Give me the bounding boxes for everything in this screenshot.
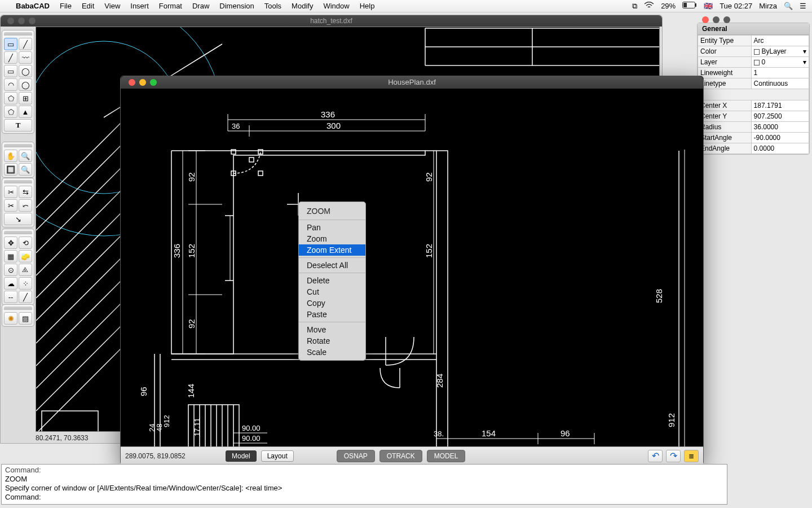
menu-dimension[interactable]: Dimension <box>219 2 254 10</box>
prop-val[interactable]: 0.0000 <box>751 143 809 154</box>
palette-handle[interactable] <box>4 180 32 183</box>
minimize-icon[interactable] <box>18 17 25 24</box>
tab-layout[interactable]: Layout <box>261 450 294 462</box>
tool-xline[interactable]: ╱ <box>4 51 17 64</box>
app-name[interactable]: BabaCAD <box>16 2 50 10</box>
flag-icon[interactable]: 🇬🇧 <box>704 2 713 10</box>
tool-circle[interactable]: ◯ <box>19 65 32 77</box>
ctx-zoom-extent[interactable]: Zoom Extent <box>299 244 365 256</box>
toggle-model[interactable]: MODEL <box>427 450 466 462</box>
prop-val[interactable]: ByLayer▾ <box>751 46 809 57</box>
ctx-paste[interactable]: Paste <box>299 309 365 320</box>
ctx-copy[interactable]: Copy <box>299 297 365 309</box>
ctx-deselect-all[interactable]: Deselect All <box>299 260 365 271</box>
ctx-move[interactable]: Move <box>299 324 365 335</box>
ctx-delete[interactable]: Delete <box>299 275 365 286</box>
context-menu[interactable]: ZOOM Pan Zoom Zoom Extent Deselect All D… <box>298 202 366 361</box>
menu-format[interactable]: Format <box>159 2 182 10</box>
tool-zoom[interactable]: 🔍 <box>19 150 32 162</box>
tab-model[interactable]: Model <box>226 450 257 462</box>
menu-insert[interactable]: Insert <box>130 2 149 10</box>
tool-line[interactable]: ╱ <box>19 38 32 50</box>
tool-ellipse[interactable]: ◯ <box>19 78 32 91</box>
user-name[interactable]: Mirza <box>759 2 777 10</box>
tool-region[interactable]: ⬠ <box>4 106 17 118</box>
tool-pan[interactable]: ✋ <box>4 150 17 162</box>
menu-help[interactable]: Help <box>360 2 375 10</box>
tool-hatch[interactable]: ⊞ <box>19 92 32 104</box>
tool-rect[interactable]: ▭ <box>4 38 17 50</box>
ctx-cut[interactable]: Cut <box>299 286 365 297</box>
menu-file[interactable]: File <box>60 2 72 10</box>
layers-button[interactable]: ≣ <box>684 450 699 462</box>
tool-trim[interactable]: ✂ <box>4 186 17 198</box>
airplay-icon[interactable]: ⧉ <box>632 2 637 11</box>
tool-text[interactable]: T <box>4 119 32 132</box>
spotlight-icon[interactable]: 🔍 <box>784 2 793 10</box>
prop-val[interactable]: 0▾ <box>751 57 809 68</box>
menu-draw[interactable]: Draw <box>192 2 209 10</box>
prop-val[interactable]: -90.0000 <box>751 133 809 143</box>
clock[interactable]: Tue 02:27 <box>720 2 752 10</box>
palette-handle[interactable] <box>4 231 32 234</box>
prop-val[interactable]: 1 <box>751 68 809 78</box>
command-line[interactable]: Command: ZOOM Specify corner of window o… <box>1 464 727 505</box>
ctx-scale[interactable]: Scale <box>299 347 365 358</box>
fg-canvas[interactable]: 336 36 300 336 152 92 92 92 152 <box>121 89 703 446</box>
ctx-rotate[interactable]: Rotate <box>299 335 365 347</box>
tool-rotate[interactable]: ⟲ <box>19 237 32 249</box>
tool-zoom-extents[interactable]: 🔍 <box>19 163 32 176</box>
menu-edit[interactable]: Edit <box>82 2 94 10</box>
tool-move[interactable]: ✥ <box>4 237 17 249</box>
minimize-icon[interactable] <box>713 16 720 23</box>
ctx-pan[interactable]: Pan <box>299 222 365 233</box>
tool-polygon[interactable]: ⬠ <box>4 92 17 104</box>
tool-chamfer[interactable]: ╱ <box>19 291 32 303</box>
tool-copy[interactable]: ▦ <box>4 250 17 262</box>
minimize-icon[interactable] <box>139 79 146 86</box>
tool-hatch2[interactable]: ▨ <box>19 312 32 325</box>
tool-rectangle[interactable]: ▭ <box>4 65 17 77</box>
close-icon[interactable] <box>129 79 135 86</box>
menu-modify[interactable]: Modify <box>292 2 313 10</box>
tool-fillet[interactable]: ⤺ <box>19 199 32 212</box>
bg-titlebar[interactable]: hatch_test.dxf <box>1 15 662 27</box>
misc-tools-palette[interactable]: ✺ ▨ <box>2 304 34 327</box>
prop-val[interactable]: 187.1791 <box>751 100 809 111</box>
menu-view[interactable]: View <box>104 2 120 10</box>
prop-val[interactable]: Arc <box>751 36 809 46</box>
undo-button[interactable]: ↶ <box>648 450 663 462</box>
tool-mirror[interactable]: ⧌ <box>19 264 32 276</box>
tool-explode[interactable]: ↘ <box>4 213 32 225</box>
close-icon[interactable] <box>7 17 14 24</box>
prop-val[interactable]: Continuous <box>751 78 809 89</box>
tool-extend[interactable]: ⇆ <box>19 186 32 198</box>
edit-tools-palette[interactable]: ✂ ⇆ ✂ ⤺ ↘ <box>2 178 34 227</box>
prop-val[interactable]: 36.0000 <box>751 122 809 133</box>
fg-titlebar[interactable]: HousePlan.dxf <box>121 76 703 89</box>
zoom-icon[interactable] <box>29 17 36 24</box>
tool-sun[interactable]: ✺ <box>4 312 17 325</box>
toggle-otrack[interactable]: OTRACK <box>379 450 422 462</box>
tool-offset[interactable]: ⊙ <box>4 264 17 276</box>
tool-erase[interactable]: 🧽 <box>19 250 32 262</box>
menu-extras-icon[interactable]: ☰ <box>800 2 806 10</box>
tool-arc[interactable]: ◠ <box>4 78 17 91</box>
prop-val[interactable]: 907.2500 <box>751 111 809 122</box>
battery-icon[interactable] <box>682 2 697 10</box>
cmd-prompt[interactable]: Command: <box>5 493 723 502</box>
view-tools-palette[interactable]: ✋ 🔍 🔲 🔍 <box>2 142 34 178</box>
toggle-osnap[interactable]: OSNAP <box>337 450 375 462</box>
tool-lengthen[interactable]: -- <box>4 291 17 303</box>
redo-button[interactable]: ↷ <box>666 450 681 462</box>
zoom-icon[interactable] <box>150 79 157 86</box>
menu-window[interactable]: Window <box>323 2 349 10</box>
palette-handle[interactable] <box>4 144 32 147</box>
close-icon[interactable] <box>702 16 709 23</box>
zoom-icon[interactable] <box>723 16 730 23</box>
palette-handle[interactable] <box>4 32 32 36</box>
ctx-zoom[interactable]: Zoom <box>299 233 365 244</box>
tool-array[interactable]: ⁘ <box>19 277 32 290</box>
tool-cloud[interactable]: ☁ <box>4 277 17 290</box>
tool-zoom-window[interactable]: 🔲 <box>4 163 17 176</box>
